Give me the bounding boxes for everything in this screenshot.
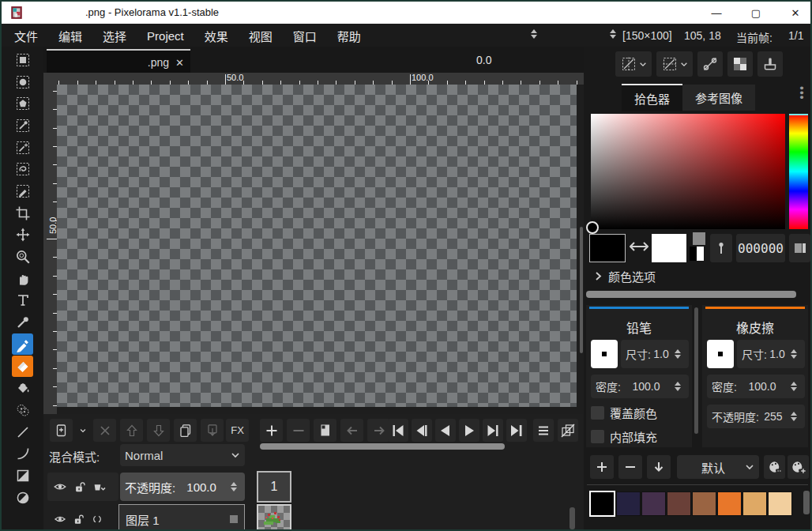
layer-opacity-spinner[interactable]: 不透明度: 100.0 bbox=[120, 473, 245, 501]
eraser-size-spinner[interactable]: 尺寸: 1.0 bbox=[737, 340, 805, 368]
menu-item-1[interactable]: 文件 bbox=[4, 24, 48, 48]
palette-swatch-8[interactable] bbox=[768, 491, 792, 516]
menu-item-6[interactable]: 视图 bbox=[239, 24, 283, 48]
palette-swatch-2[interactable] bbox=[616, 491, 641, 516]
button-onion-skinning[interactable] bbox=[558, 419, 578, 442]
button-delete-layer[interactable] bbox=[93, 419, 116, 442]
tool-color-picker[interactable] bbox=[12, 312, 33, 333]
tool-line[interactable] bbox=[12, 421, 33, 442]
pencil-brush-button[interactable] bbox=[591, 340, 618, 368]
palette-swatch-3[interactable] bbox=[641, 491, 666, 516]
fill-inside-checkbox[interactable] bbox=[591, 430, 604, 443]
canvas-transparent-checkerboard[interactable] bbox=[57, 85, 577, 407]
button-merge-down[interactable] bbox=[201, 419, 224, 442]
palette-swatch-4[interactable] bbox=[667, 491, 691, 516]
button-next-frame[interactable] bbox=[483, 419, 503, 442]
palette-remove-color-button[interactable] bbox=[618, 455, 642, 479]
eraser-opacity-spinner[interactable]: 不透明度: 255 bbox=[707, 405, 805, 428]
sv-cursor[interactable] bbox=[586, 221, 599, 234]
overwrite-color-option[interactable]: 覆盖颜色 bbox=[591, 405, 657, 421]
menu-item-2[interactable]: 编辑 bbox=[48, 24, 92, 48]
eraser-size-stepper[interactable] bbox=[791, 349, 797, 359]
pencil-size-spinner[interactable]: 尺寸: 1.0 bbox=[621, 340, 689, 368]
timeline-vertical-scrollbar[interactable] bbox=[570, 507, 575, 529]
palette-swatch-7[interactable] bbox=[742, 491, 767, 516]
tool-curve[interactable] bbox=[12, 443, 33, 465]
timeline-horizontal-scrollbar[interactable] bbox=[260, 443, 505, 450]
tool-pan[interactable] bbox=[12, 268, 33, 289]
button-first-frame[interactable] bbox=[388, 419, 408, 442]
tool-ellipse[interactable] bbox=[12, 487, 33, 508]
hue-cursor[interactable] bbox=[789, 114, 808, 115]
tool-move[interactable] bbox=[12, 224, 33, 246]
lock-icon[interactable] bbox=[72, 512, 85, 526]
button-dropdown-chevron[interactable] bbox=[77, 419, 89, 442]
button-add-layer[interactable] bbox=[50, 419, 73, 442]
button-copy-frame[interactable] bbox=[314, 419, 336, 442]
canvas-tab[interactable]: .png ✕ bbox=[47, 49, 190, 74]
kebab-menu-icon[interactable]: ••• bbox=[795, 86, 808, 100]
layer-fx-button[interactable]: FX bbox=[226, 419, 249, 442]
button-move-frame-right[interactable] bbox=[367, 419, 390, 442]
tool-color-select[interactable] bbox=[12, 115, 33, 136]
cel-thumbnail[interactable] bbox=[257, 504, 291, 531]
palette-edit-button[interactable] bbox=[764, 455, 785, 479]
palette-swatch-1[interactable] bbox=[589, 491, 615, 517]
button-timeline-settings[interactable] bbox=[533, 419, 554, 442]
fill-inside-option[interactable]: 内部填充 bbox=[591, 428, 657, 445]
close-button[interactable]: ✕ bbox=[784, 3, 807, 22]
button-transparency-checker[interactable] bbox=[727, 51, 753, 77]
tool-bucket[interactable] bbox=[12, 378, 33, 399]
pencil-size-stepper[interactable] bbox=[675, 349, 681, 359]
palette-select-dropdown[interactable]: 默认 bbox=[677, 455, 759, 479]
color-panel-scrollbar[interactable] bbox=[586, 291, 796, 298]
tool-crop[interactable] bbox=[12, 202, 33, 224]
color-mode-button[interactable] bbox=[789, 234, 810, 262]
swap-colors-icon[interactable] bbox=[630, 240, 648, 253]
overwrite-color-checkbox[interactable] bbox=[591, 406, 604, 420]
tool-rectangle-select[interactable] bbox=[12, 49, 33, 70]
frame-column-header[interactable]: 1 bbox=[257, 471, 291, 503]
tool-zoom-tool[interactable] bbox=[12, 247, 33, 268]
button-duplicate-layer[interactable] bbox=[174, 419, 197, 442]
zoom-stepper[interactable] bbox=[610, 29, 616, 39]
eraser-brush-button[interactable] bbox=[707, 340, 734, 368]
tool-polygon-select[interactable] bbox=[12, 93, 33, 115]
link-cels-icon[interactable] bbox=[89, 512, 105, 526]
button-move-layer-up[interactable] bbox=[120, 419, 143, 442]
maximize-button[interactable]: ▢ bbox=[744, 3, 768, 22]
palette-new-button[interactable] bbox=[788, 455, 809, 479]
minimize-button[interactable]: — bbox=[705, 3, 728, 22]
palette-add-color-button[interactable] bbox=[590, 455, 614, 479]
menu-item-7[interactable]: 窗口 bbox=[283, 24, 327, 48]
tab-close-icon[interactable]: ✕ bbox=[175, 57, 184, 69]
tool-pencil[interactable] bbox=[12, 333, 33, 355]
right-color-swatch[interactable] bbox=[652, 234, 686, 262]
menu-item-3[interactable]: 选择 bbox=[92, 24, 137, 48]
left-color-swatch[interactable] bbox=[589, 234, 626, 262]
tool-text[interactable] bbox=[12, 290, 33, 311]
tab-reference-images[interactable]: 参考图像 bbox=[682, 85, 755, 111]
eraser-density-stepper[interactable] bbox=[791, 382, 797, 391]
palette-swatch-6[interactable] bbox=[717, 491, 742, 516]
tool-eraser[interactable] bbox=[12, 356, 33, 377]
saturation-value-box[interactable] bbox=[591, 114, 785, 229]
button-play[interactable] bbox=[459, 419, 479, 442]
button-play-backwards[interactable] bbox=[435, 419, 456, 442]
button-pixel-perfect[interactable] bbox=[697, 51, 723, 77]
eye-icon[interactable] bbox=[52, 479, 68, 495]
eye-icon[interactable] bbox=[52, 512, 68, 526]
eraser-opacity-stepper[interactable] bbox=[791, 412, 797, 421]
tool-ellipse-select[interactable] bbox=[12, 71, 33, 92]
tool-lasso[interactable] bbox=[12, 159, 33, 180]
default-colors-button[interactable] bbox=[690, 232, 707, 264]
tool-magic-wand[interactable] bbox=[12, 137, 33, 158]
layer-name-field[interactable]: 图层 1 bbox=[118, 504, 245, 531]
pencil-density-spinner[interactable]: 密度: 100.0 bbox=[591, 375, 689, 398]
button-symmetry-x[interactable] bbox=[615, 51, 652, 77]
palette-sort-button[interactable] bbox=[647, 455, 671, 479]
canvas-viewport[interactable] bbox=[57, 85, 584, 414]
button-remove-frame[interactable] bbox=[287, 419, 310, 442]
palette-scrollbar[interactable] bbox=[803, 491, 810, 514]
button-move-layer-down[interactable] bbox=[147, 419, 170, 442]
